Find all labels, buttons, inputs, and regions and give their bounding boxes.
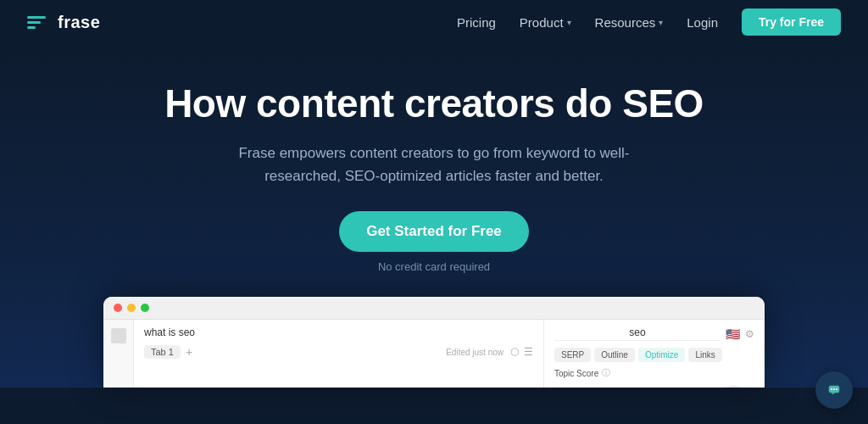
- document-title: what is seo: [144, 326, 195, 338]
- nav-pricing[interactable]: Pricing: [457, 15, 496, 30]
- hero-section: How content creators do SEO Frase empowe…: [0, 44, 868, 388]
- optimize-tab[interactable]: Optimize: [638, 348, 685, 362]
- add-tab-button[interactable]: +: [186, 345, 192, 359]
- score-arc-svg: [714, 382, 754, 388]
- app-preview-window: what is seo Tab 1 + Edited just now ⬡ ☰: [103, 297, 765, 388]
- menu-icon: ☰: [524, 346, 533, 358]
- try-free-button[interactable]: Try for Free: [742, 8, 841, 36]
- seo-tabs: SERP Outline Optimize Links: [554, 348, 754, 362]
- editor-toolbar: Tab 1 + Edited just now ⬡ ☰: [144, 345, 533, 359]
- hero-subtitle: Frase empowers content creators to go fr…: [214, 142, 654, 187]
- seo-search-bar: seo 🇺🇸 ⚙: [554, 326, 754, 341]
- editor-tab-bar: what is seo: [144, 326, 533, 338]
- window-seo-pane: seo 🇺🇸 ⚙ SERP Outline Optimize Links Top…: [544, 320, 765, 388]
- topic-score-label: Topic Score ⓘ: [554, 367, 754, 379]
- settings-icon: ⚙: [745, 328, 754, 340]
- nav-product[interactable]: Product ▾: [520, 15, 571, 30]
- window-titlebar: [103, 297, 765, 320]
- sidebar-toggle-icon: [111, 328, 126, 343]
- chevron-down-icon: ▾: [659, 18, 663, 27]
- serp-tab[interactable]: SERP: [554, 348, 591, 362]
- nav-links: Pricing Product ▾ Resources ▾ Login Try …: [457, 8, 841, 36]
- seo-keyword-input[interactable]: seo: [554, 326, 721, 341]
- nav-resources[interactable]: Resources ▾: [595, 15, 664, 30]
- outline-tab[interactable]: Outline: [594, 348, 635, 362]
- logo-icon: [27, 13, 51, 31]
- logo-text: frase: [58, 13, 100, 32]
- topic-score-chart: [554, 382, 754, 388]
- no-credit-card-label: No credit card required: [378, 260, 490, 273]
- links-tab[interactable]: Links: [688, 348, 721, 362]
- flag-icon: 🇺🇸: [726, 327, 740, 341]
- svg-point-3: [831, 388, 832, 390]
- toolbar-icons: ⬡ ☰: [510, 346, 533, 358]
- get-started-button[interactable]: Get Started for Free: [339, 211, 529, 252]
- chat-icon: [823, 379, 845, 401]
- hero-title: How content creators do SEO: [164, 81, 704, 126]
- tab-1[interactable]: Tab 1: [144, 345, 181, 359]
- window-editor-pane: what is seo Tab 1 + Edited just now ⬡ ☰: [134, 320, 544, 388]
- window-sidebar: [103, 320, 134, 388]
- window-body: what is seo Tab 1 + Edited just now ⬡ ☰: [103, 320, 765, 388]
- window-close-dot: [114, 304, 122, 312]
- edited-status: Edited just now ⬡ ☰: [446, 346, 533, 358]
- window-minimize-dot: [127, 304, 136, 312]
- nav-login[interactable]: Login: [687, 15, 718, 30]
- logo[interactable]: frase: [27, 13, 100, 32]
- svg-point-4: [833, 388, 835, 390]
- navbar: frase Pricing Product ▾ Resources ▾ Logi…: [0, 0, 868, 44]
- chat-bubble-button[interactable]: [815, 371, 853, 409]
- info-icon: ⓘ: [602, 367, 610, 379]
- window-maximize-dot: [141, 304, 149, 312]
- svg-point-5: [836, 388, 837, 390]
- chevron-down-icon: ▾: [567, 18, 571, 27]
- share-icon: ⬡: [510, 346, 519, 358]
